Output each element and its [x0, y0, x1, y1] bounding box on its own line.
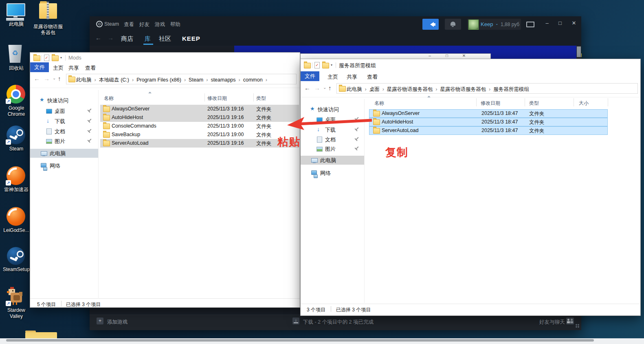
notifications-button[interactable] [445, 19, 461, 30]
sidebar-item-network[interactable]: 网络 [301, 168, 364, 177]
steam-close-button[interactable]: ✕ [569, 18, 579, 29]
minimize-button[interactable]: – [425, 53, 435, 58]
breadcrumb-segment[interactable]: 桌面 [369, 86, 387, 93]
breadcrumb-segment[interactable]: 星露谷物语服务器包 [387, 86, 440, 93]
desktop-icon-leigod[interactable]: LeiGodSe... [0, 206, 32, 237]
column-header-type[interactable]: 类型 [529, 100, 539, 107]
tab-share[interactable]: 共享 [68, 64, 79, 72]
column-header-name[interactable]: 名称 [374, 100, 384, 107]
sidebar-item-desktop[interactable]: 桌面 [30, 106, 98, 115]
breadcrumb-segment[interactable]: steamapps [211, 77, 243, 83]
new-folder-icon[interactable] [52, 55, 59, 61]
up-icon[interactable]: ↑ [58, 75, 61, 82]
file-row[interactable]: AutoHideHost 2025/11/3 18:47 文件夹 [369, 118, 608, 126]
breadcrumb-segment[interactable]: Program Files (x86) [136, 77, 189, 83]
forward-icon[interactable]: → [314, 84, 320, 91]
breadcrumb-segment[interactable]: Steam [189, 77, 211, 83]
steam-minimize-button[interactable]: – [542, 18, 552, 29]
address-bar[interactable]: 此电脑本地磁盘 (C:)Program Files (x86)Steamstea… [66, 74, 297, 84]
history-chevron-icon[interactable]: ⌄ [323, 85, 326, 90]
steam-nav-community[interactable]: 社区 [159, 35, 171, 43]
column-header-type[interactable]: 类型 [256, 95, 266, 102]
sidebar-item-quick-access[interactable]: ★ 快速访问 [301, 105, 364, 114]
add-game-button[interactable]: 添加游戏 [107, 319, 127, 326]
address-bar[interactable]: 此电脑桌面星露谷物语服务器包星露谷物语服务器包服务器所需模组 [336, 83, 638, 94]
back-icon[interactable]: ← [34, 75, 40, 82]
column-header-size[interactable]: 大小 [579, 100, 589, 107]
history-chevron-icon[interactable]: ⌄ [53, 76, 56, 80]
desktop-icon-leishen[interactable]: ↗ 雷神加速器 [0, 165, 32, 196]
account-chip[interactable]: Keep ⌄ 1,88 руб [467, 19, 521, 30]
file-row[interactable]: ConsoleCommands 2025/11/3 19:00 文件夹 [100, 122, 299, 130]
new-folder-icon[interactable] [322, 63, 329, 68]
add-game-icon[interactable]: + [97, 318, 103, 324]
steam-nav-library[interactable]: 库 [145, 35, 151, 43]
desktop-icon-chrome[interactable]: ↗ Google Chrome [0, 84, 32, 121]
breadcrumb-segment[interactable]: 此电脑 [76, 77, 99, 84]
breadcrumb-segment[interactable]: 此电脑 [347, 86, 369, 93]
properties-check-icon[interactable]: ✓ [44, 55, 49, 61]
steam-menu-friends[interactable]: 好友 [139, 21, 149, 28]
file-row[interactable]: AutoHideHost 2025/11/3 19:16 文件夹 [100, 113, 299, 122]
bottom-drag-handle[interactable] [6, 339, 594, 342]
steam-maximize-button[interactable]: □ [555, 18, 565, 29]
breadcrumb-segment[interactable]: common [243, 77, 270, 83]
breadcrumb-segment[interactable]: 服务器所需模组 [493, 86, 529, 93]
tab-home[interactable]: 主页 [327, 73, 338, 81]
announcements-button[interactable] [422, 19, 439, 30]
back-icon[interactable]: ← [304, 84, 310, 91]
file-row[interactable]: AlwaysOnServer 2025/11/3 19:16 文件夹 [100, 105, 299, 113]
downloads-icon[interactable]: ↓ [292, 318, 299, 324]
steam-menu-help[interactable]: 帮助 [170, 21, 180, 28]
tab-file[interactable]: 文件 [301, 71, 319, 81]
steam-menu-steam[interactable]: Steam [104, 21, 119, 27]
tab-view[interactable]: 查看 [367, 73, 378, 81]
close-button[interactable]: ✕ [459, 53, 469, 58]
sidebar-item-pictures[interactable]: 图片 [30, 137, 98, 146]
file-row[interactable]: AlwaysOnServer 2025/11/3 18:47 文件夹 [369, 109, 608, 118]
breadcrumb-segment[interactable]: 本地磁盘 (C:) [99, 77, 136, 84]
desktop-icon-steam[interactable]: ↗ Steam [0, 125, 32, 156]
sidebar-item-this-pc[interactable]: 此电脑 [301, 156, 364, 165]
steam-nav-profile[interactable]: KEEP [182, 35, 200, 42]
display-mode-icon[interactable] [526, 22, 534, 27]
steam-menu-games[interactable]: 游戏 [155, 21, 165, 28]
sidebar-item-quick-access[interactable]: ★ 快速访问 [30, 96, 98, 105]
sidebar-item-network[interactable]: 网络 [30, 161, 98, 170]
steam-nav-store[interactable]: 商店 [121, 35, 133, 43]
column-header-date[interactable]: 修改日期 [481, 100, 500, 107]
sidebar-item-pictures[interactable]: 图片 [301, 144, 364, 153]
steam-forward-icon[interactable]: → [108, 34, 114, 41]
friends-icon[interactable] [566, 318, 574, 324]
steam-menu-view[interactable]: 查看 [124, 21, 134, 28]
file-row[interactable]: ServerAutoLoad 2025/11/3 19:16 文件夹 [100, 139, 299, 148]
maximize-button[interactable]: □ [442, 53, 452, 58]
resize-grip[interactable] [576, 324, 580, 329]
file-row[interactable]: SaveBackup 2025/11/3 19:00 文件夹 [100, 130, 299, 139]
sidebar-item-documents[interactable]: 文档 [301, 135, 364, 144]
tab-view[interactable]: 查看 [85, 64, 96, 72]
qat-dropdown-icon[interactable]: ▾ [60, 56, 62, 60]
file-row[interactable]: ServerAutoLoad 2025/11/3 18:47 文件夹 [369, 126, 608, 135]
desktop-icon-this-pc[interactable]: 此电脑 [0, 2, 32, 31]
breadcrumb-segment[interactable]: 星露谷物语服务器包 [440, 86, 494, 93]
up-icon[interactable]: ↑ [328, 84, 332, 91]
tab-file[interactable]: 文件 [30, 62, 49, 72]
download-status[interactable]: 下载 - 2 个项目中的 2 项已完成 [303, 319, 374, 326]
forward-icon[interactable]: → [44, 75, 50, 82]
desktop-icon-steamsetup[interactable]: SteamSetup [0, 246, 32, 277]
steam-back-icon[interactable]: ← [95, 34, 101, 41]
properties-check-icon[interactable]: ✓ [314, 62, 320, 68]
desktop-icon-stardew-valley[interactable]: ↗ Stardew Valley [0, 286, 32, 324]
tab-share[interactable]: 共享 [347, 73, 357, 81]
desktop-icon-server-zip[interactable]: 星露谷物语服务器包 [32, 2, 64, 37]
desktop-icon-recycle-bin[interactable]: ♻ 回收站 [0, 44, 32, 75]
tab-home[interactable]: 主页 [53, 64, 64, 72]
column-header-name[interactable]: 名称 [104, 95, 114, 102]
sidebar-item-documents[interactable]: 文档 [30, 127, 98, 136]
sidebar-item-downloads[interactable]: ↓ 下载 [30, 117, 98, 126]
column-header-date[interactable]: 修改日期 [207, 95, 227, 102]
friends-chat-button[interactable]: 好友与聊天 [539, 319, 565, 326]
sidebar-item-this-pc[interactable]: 此电脑 [30, 149, 98, 158]
qat-dropdown-icon[interactable]: ▾ [331, 63, 332, 67]
